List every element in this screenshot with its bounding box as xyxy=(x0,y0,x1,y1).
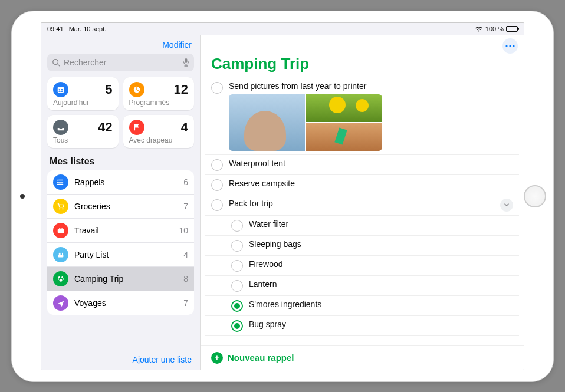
tray-icon xyxy=(53,120,68,135)
reminder-row[interactable]: Send pictures from last year to printer xyxy=(205,78,519,155)
edit-row: Modifier xyxy=(47,37,194,54)
wifi-icon xyxy=(475,26,483,32)
sidebar-list-party-list[interactable]: Party List 4 xyxy=(47,243,194,267)
reminder-row[interactable]: Sleeping bags xyxy=(205,236,519,256)
list-count: 4 xyxy=(183,250,188,259)
list-count: 7 xyxy=(183,202,188,211)
reminder-text[interactable]: Pack for trip xyxy=(229,199,494,208)
reminder-text[interactable]: Send pictures from last year to printer xyxy=(229,81,513,151)
search-input[interactable]: Rechercher xyxy=(47,54,194,71)
svg-point-19 xyxy=(59,279,62,281)
tile-count: 4 xyxy=(181,120,188,135)
search-icon xyxy=(52,58,60,67)
complete-toggle[interactable] xyxy=(231,300,243,312)
edit-button[interactable]: Modifier xyxy=(162,40,192,50)
mic-icon[interactable] xyxy=(183,58,189,67)
svg-point-20 xyxy=(505,45,507,47)
attachment-photo-3[interactable] xyxy=(306,123,382,151)
smart-lists-grid: 10 5 Aujourd'hui 12 Programmés 42 Tous 4… xyxy=(47,77,194,148)
battery-percent: 100 % xyxy=(485,25,504,32)
reminder-row[interactable]: S'mores ingredients xyxy=(205,296,519,316)
sidebar: Modifier Rechercher 10 5 Aujourd'hui 1 xyxy=(41,35,201,370)
new-reminder-button[interactable]: + Nouveau rappel xyxy=(201,345,524,370)
reminder-text[interactable]: Reserve campsite xyxy=(229,179,513,188)
complete-toggle[interactable] xyxy=(231,320,243,332)
attachment-photo-1[interactable] xyxy=(229,94,305,151)
reminders-list: Send pictures from last year to printer … xyxy=(201,78,524,345)
main-header xyxy=(201,35,524,54)
plus-icon: + xyxy=(211,352,223,364)
list-icon xyxy=(53,174,68,190)
reminder-row[interactable]: Water filter xyxy=(205,216,519,236)
attachment-photo-2[interactable] xyxy=(306,94,382,122)
reminder-row[interactable]: Reserve campsite xyxy=(205,175,519,195)
my-lists: Rappels 6 Groceries 7 Travail 10 Party L… xyxy=(47,170,194,315)
svg-point-16 xyxy=(61,276,63,278)
my-lists-header: Mes listes xyxy=(50,156,192,167)
complete-toggle[interactable] xyxy=(211,199,223,211)
battery-icon xyxy=(506,26,518,32)
list-label: Camping Trip xyxy=(74,274,123,284)
svg-point-22 xyxy=(513,45,514,47)
sidebar-list-voyages[interactable]: Voyages 7 xyxy=(47,291,194,315)
tile-label: Programmés xyxy=(129,98,189,107)
reminder-text[interactable]: S'mores ingredients xyxy=(249,299,513,309)
search-placeholder: Rechercher xyxy=(64,58,106,67)
svg-point-10 xyxy=(59,208,60,209)
list-label: Groceries xyxy=(74,202,110,211)
tile-label: Aujourd'hui xyxy=(53,98,113,107)
cake-icon xyxy=(53,247,68,262)
content: Modifier Rechercher 10 5 Aujourd'hui 1 xyxy=(41,35,524,370)
smart-tile-tous[interactable]: 42 Tous xyxy=(47,115,119,148)
briefcase-icon xyxy=(53,223,68,238)
reminder-row[interactable]: Lantern xyxy=(205,276,519,296)
plane-icon xyxy=(53,295,68,311)
home-button[interactable] xyxy=(524,185,546,207)
smart-tile-avec-drapeau[interactable]: 4 Avec drapeau xyxy=(123,115,195,148)
sidebar-footer: Ajouter une liste xyxy=(47,351,194,366)
svg-text:10: 10 xyxy=(58,88,63,92)
sidebar-list-rappels[interactable]: Rappels 6 xyxy=(47,170,194,195)
complete-toggle[interactable] xyxy=(211,82,223,94)
add-list-button[interactable]: Ajouter une liste xyxy=(133,355,192,364)
tile-label: Avec drapeau xyxy=(129,136,189,144)
ipad-frame: 09:41 Mar. 10 sept. 100 % Modifier xyxy=(11,11,554,382)
reminder-text[interactable]: Waterproof tent xyxy=(229,159,513,168)
svg-point-18 xyxy=(63,278,64,279)
complete-toggle[interactable] xyxy=(231,220,243,232)
svg-point-21 xyxy=(509,45,511,47)
reminder-row[interactable]: Bug spray xyxy=(205,316,519,336)
sidebar-list-groceries[interactable]: Groceries 7 xyxy=(47,195,194,219)
reminder-row[interactable]: Waterproof tent xyxy=(205,155,519,175)
complete-toggle[interactable] xyxy=(211,179,223,191)
svg-point-11 xyxy=(62,208,63,209)
smart-tile-programm-s[interactable]: 12 Programmés xyxy=(123,77,195,110)
flag-icon xyxy=(129,120,144,135)
list-label: Party List xyxy=(74,250,109,259)
complete-toggle[interactable] xyxy=(211,159,223,171)
smart-tile-aujourd-hui[interactable]: 10 5 Aujourd'hui xyxy=(47,77,119,110)
complete-toggle[interactable] xyxy=(231,280,243,292)
screen: 09:41 Mar. 10 sept. 100 % Modifier xyxy=(41,22,524,370)
svg-point-8 xyxy=(57,182,58,183)
reminder-row[interactable]: Pack for trip xyxy=(205,195,519,216)
list-count: 8 xyxy=(183,274,188,284)
reminder-text[interactable]: Firewood xyxy=(249,259,513,269)
reminder-attachments[interactable] xyxy=(229,94,382,151)
sidebar-list-camping-trip[interactable]: Camping Trip 8 xyxy=(47,267,194,291)
sidebar-list-travail[interactable]: Travail 10 xyxy=(47,219,194,243)
status-date: Mar. 10 sept. xyxy=(69,25,107,32)
reminder-text[interactable]: Lantern xyxy=(249,279,513,289)
reminder-text[interactable]: Sleeping bags xyxy=(249,239,513,249)
status-time: 09:41 xyxy=(47,25,64,32)
reminder-text[interactable]: Water filter xyxy=(249,219,513,229)
expand-subtasks-button[interactable] xyxy=(500,199,513,212)
tile-count: 42 xyxy=(98,120,112,135)
svg-point-17 xyxy=(58,278,59,279)
reminder-row[interactable]: Firewood xyxy=(205,256,519,276)
reminder-text[interactable]: Bug spray xyxy=(249,319,513,329)
list-title: Camping Trip xyxy=(201,54,524,78)
complete-toggle[interactable] xyxy=(231,240,243,252)
more-button[interactable] xyxy=(502,38,518,54)
complete-toggle[interactable] xyxy=(231,260,243,272)
